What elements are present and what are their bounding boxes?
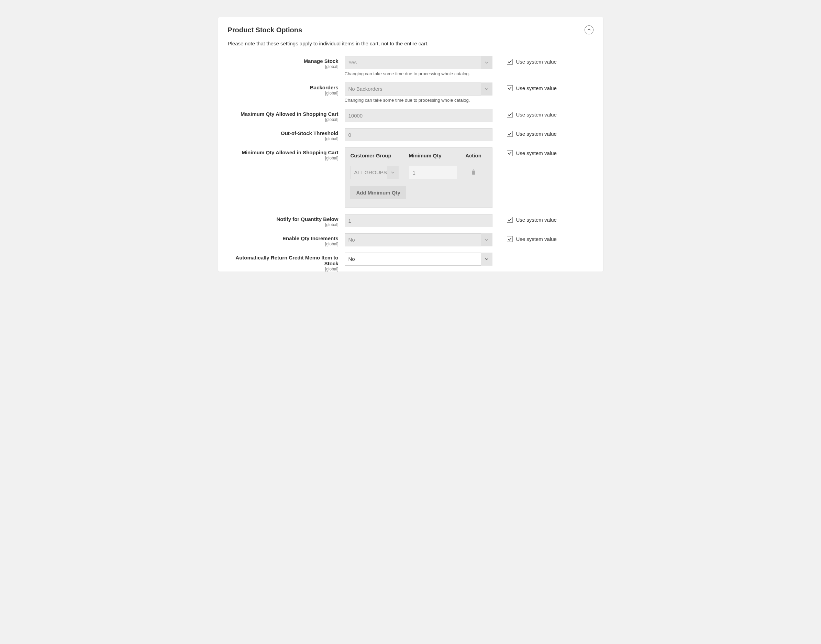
label-backorders: Backorders bbox=[228, 84, 339, 90]
checkbox-manage-stock-system[interactable] bbox=[507, 59, 513, 64]
panel-header: Product Stock Options bbox=[228, 25, 593, 34]
label-qty-increments: Enable Qty Increments bbox=[228, 235, 339, 241]
col-minimum-qty: Minimum Qty bbox=[409, 153, 461, 158]
panel-title: Product Stock Options bbox=[228, 26, 302, 34]
row-oos-threshold: Out-of-Stock Threshold [global] Use syst… bbox=[228, 128, 593, 141]
scope-notify-below: [global] bbox=[228, 222, 339, 227]
scope-qty-increments: [global] bbox=[228, 242, 339, 246]
label-min-qty: Minimum Qty Allowed in Shopping Cart bbox=[228, 149, 339, 155]
scope-max-qty: [global] bbox=[228, 117, 339, 122]
row-backorders: Backorders [global] No Backorders Changi… bbox=[228, 83, 593, 103]
checkbox-notify-below-system[interactable] bbox=[507, 217, 513, 223]
row-qty-increments: Enable Qty Increments [global] No Use sy… bbox=[228, 233, 593, 246]
select-auto-return-value: No bbox=[345, 253, 492, 266]
trash-icon bbox=[470, 169, 477, 176]
select-customer-group[interactable]: ALL GROUPS bbox=[351, 166, 399, 179]
label-manage-stock: Manage Stock bbox=[228, 58, 339, 64]
label-use-system-max-qty: Use system value bbox=[516, 112, 557, 118]
min-qty-table: Customer Group Minimum Qty Action ALL GR… bbox=[345, 147, 492, 208]
label-use-system-min-qty: Use system value bbox=[516, 150, 557, 156]
select-customer-group-value: ALL GROUPS bbox=[351, 166, 399, 179]
select-backorders-value: No Backorders bbox=[345, 83, 492, 95]
input-notify-below[interactable] bbox=[345, 214, 492, 227]
scope-manage-stock: [global] bbox=[228, 64, 339, 69]
scope-min-qty: [global] bbox=[228, 156, 339, 161]
collapse-toggle[interactable] bbox=[585, 25, 593, 34]
input-oos-threshold[interactable] bbox=[345, 128, 492, 141]
select-manage-stock[interactable]: Yes bbox=[345, 56, 492, 69]
label-use-system-manage-stock: Use system value bbox=[516, 59, 557, 64]
label-auto-return: Automatically Return Credit Memo Item to… bbox=[228, 255, 339, 266]
note-backorders: Changing can take some time due to proce… bbox=[345, 98, 492, 103]
row-max-qty: Maximum Qty Allowed in Shopping Cart [gl… bbox=[228, 109, 593, 122]
scope-backorders: [global] bbox=[228, 91, 339, 95]
scope-auto-return: [global] bbox=[228, 267, 339, 271]
select-qty-increments-value: No bbox=[345, 233, 492, 246]
select-qty-increments[interactable]: No bbox=[345, 233, 492, 246]
label-use-system-backorders: Use system value bbox=[516, 85, 557, 91]
row-notify-below: Notify for Quantity Below [global] Use s… bbox=[228, 214, 593, 227]
label-use-system-notify-below: Use system value bbox=[516, 217, 557, 223]
select-manage-stock-value: Yes bbox=[345, 56, 492, 69]
row-min-qty: Minimum Qty Allowed in Shopping Cart [gl… bbox=[228, 147, 593, 208]
delete-row-button[interactable] bbox=[461, 169, 487, 176]
row-auto-return: Automatically Return Credit Memo Item to… bbox=[228, 253, 593, 271]
add-minimum-qty-button[interactable]: Add Minimum Qty bbox=[351, 186, 406, 199]
checkbox-qty-increments-system[interactable] bbox=[507, 236, 513, 242]
col-action: Action bbox=[461, 153, 487, 158]
select-backorders[interactable]: No Backorders bbox=[345, 83, 492, 95]
scope-oos-threshold: [global] bbox=[228, 136, 339, 141]
label-max-qty: Maximum Qty Allowed in Shopping Cart bbox=[228, 111, 339, 117]
chevron-up-icon bbox=[587, 27, 591, 33]
row-manage-stock: Manage Stock [global] Yes Changing can t… bbox=[228, 56, 593, 76]
panel-note: Please note that these settings apply to… bbox=[228, 41, 593, 46]
input-row-min-qty[interactable] bbox=[409, 166, 457, 179]
checkbox-min-qty-system[interactable] bbox=[507, 150, 513, 156]
min-qty-row: ALL GROUPS bbox=[345, 163, 492, 186]
note-manage-stock: Changing can take some time due to proce… bbox=[345, 71, 492, 76]
label-oos-threshold: Out-of-Stock Threshold bbox=[228, 130, 339, 136]
label-notify-below: Notify for Quantity Below bbox=[228, 216, 339, 222]
min-qty-header: Customer Group Minimum Qty Action bbox=[345, 148, 492, 163]
col-customer-group: Customer Group bbox=[351, 153, 409, 158]
checkbox-max-qty-system[interactable] bbox=[507, 112, 513, 118]
label-use-system-qty-increments: Use system value bbox=[516, 236, 557, 242]
product-stock-options-panel: Product Stock Options Please note that t… bbox=[218, 17, 603, 271]
select-auto-return[interactable]: No bbox=[345, 253, 492, 266]
input-max-qty[interactable] bbox=[345, 109, 492, 122]
checkbox-backorders-system[interactable] bbox=[507, 85, 513, 91]
svg-rect-0 bbox=[473, 169, 474, 170]
checkbox-oos-system[interactable] bbox=[507, 131, 513, 137]
label-use-system-oos: Use system value bbox=[516, 131, 557, 137]
